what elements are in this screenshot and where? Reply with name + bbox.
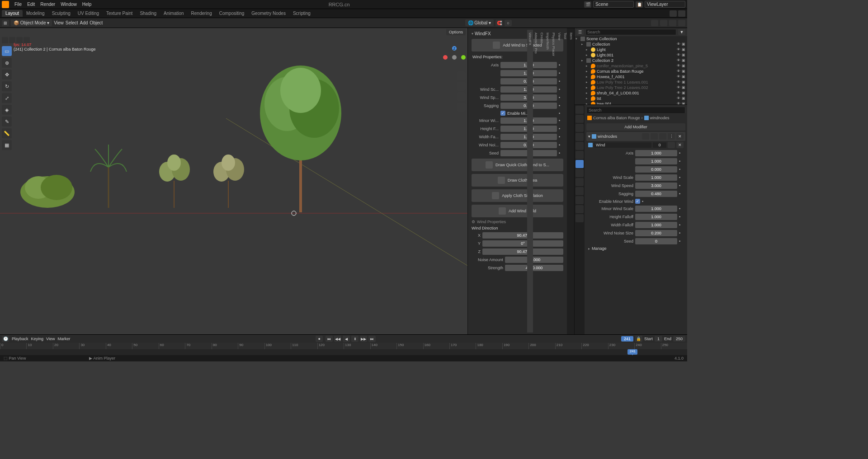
tab-layout[interactable]: Layout (2, 10, 23, 17)
value-field[interactable]: 0 (635, 238, 677, 244)
tab-compositing[interactable]: Compositing (216, 10, 248, 17)
overlay-toggle2-icon[interactable] (678, 10, 685, 17)
tool-rotate[interactable]: ↻ (2, 81, 12, 91)
mod-extra-icon[interactable]: ⋮ (668, 133, 675, 140)
overlay-toggle-icon[interactable] (670, 10, 677, 17)
tree-row[interactable]: ▸tst👁▣ (575, 96, 687, 101)
tree-row[interactable]: ▸Collection👁▣ (575, 42, 687, 47)
mod-editmode-icon[interactable] (659, 133, 666, 140)
tab-geonodes[interactable]: Geometry Nodes (248, 10, 289, 17)
vtab-windfx[interactable]: WindFX (527, 30, 533, 333)
3d-viewport[interactable]: fps: 14.07 (241) Collection 2 | Cornus a… (0, 28, 467, 334)
timeline-ruler[interactable]: 0102030405060708090100110120130140150160… (0, 343, 687, 349)
shading-wire-icon[interactable] (651, 20, 658, 26)
zoom-icon[interactable] (457, 71, 466, 80)
axis-x-icon[interactable] (443, 55, 448, 60)
value-field[interactable]: 1.000 (635, 214, 677, 220)
prop-tab-world-icon[interactable] (576, 142, 584, 150)
next-key-icon[interactable]: ▶▶ (360, 336, 367, 342)
nodegroup-field[interactable]: Wind (594, 142, 651, 148)
viewlayer-icon[interactable]: 📋 (636, 1, 643, 8)
prop-tab-particle-icon[interactable] (576, 169, 584, 177)
menu-edit[interactable]: Edit (24, 2, 38, 7)
tab-shading[interactable]: Shading (136, 10, 160, 17)
tool-select-box[interactable]: ▭ (2, 46, 12, 56)
hdr-add[interactable]: Add (80, 20, 88, 25)
prop-tab-physics-icon[interactable] (576, 178, 584, 186)
value-field[interactable]: 1.000 (635, 174, 677, 181)
viewport-options[interactable]: Options (446, 29, 466, 35)
value-field[interactable]: 0.000 (635, 166, 677, 173)
shading-matprev-icon[interactable] (669, 20, 676, 26)
prop-tab-material-icon[interactable] (576, 205, 584, 213)
tool-transform[interactable]: ◈ (2, 105, 12, 115)
tab-rendering[interactable]: Rendering (188, 10, 216, 17)
tree-row[interactable]: ▸Low Poly Tree 1 Leaves.001👁▣ (575, 80, 687, 85)
tl-playback[interactable]: Playback (12, 337, 28, 341)
vtab-view[interactable]: View (557, 30, 562, 333)
tree-row[interactable]: ▸tree.001👁▣ (575, 101, 687, 105)
modifier-header[interactable]: ▾ windnodes ⋮ ✕ (586, 132, 685, 141)
viewlayer-field[interactable] (645, 1, 685, 8)
axis-z-icon[interactable]: Z (452, 46, 457, 51)
current-frame[interactable]: 241 (621, 336, 633, 342)
plant-bush2[interactable] (203, 149, 253, 208)
orientation-dropdown[interactable]: 🌐 Global ▾ (465, 19, 494, 26)
value-field[interactable]: 1.000 (635, 150, 677, 156)
add-modifier-button[interactable]: Add Modifier (586, 123, 685, 131)
plant-tree-large[interactable] (253, 63, 348, 212)
pause-icon[interactable]: ⏸ (351, 336, 359, 342)
properties-search[interactable] (586, 107, 685, 114)
tree-row[interactable]: ▸Low Poly Tree 2 Leaves.002👁▣ (575, 85, 687, 90)
plant-palm[interactable] (86, 145, 131, 208)
vtab-tool[interactable]: Tool (562, 30, 568, 333)
end-frame[interactable]: 250 (673, 336, 685, 342)
prop-tab-texture-icon[interactable] (576, 214, 584, 222)
manage-section[interactable]: ▸Manage (586, 245, 685, 252)
mod-realtime-icon[interactable] (642, 133, 649, 140)
checkbox[interactable] (635, 199, 640, 204)
tool-cursor[interactable]: ⊕ (2, 58, 12, 68)
tl-keying[interactable]: Keying (31, 337, 44, 341)
vtab-atlacticty[interactable]: Atlacticty Pro (533, 30, 539, 333)
prop-tab-object-icon[interactable] (576, 151, 584, 159)
menu-window[interactable]: Window (58, 2, 80, 7)
axis-y-icon[interactable] (461, 55, 466, 60)
outliner-search[interactable] (585, 29, 676, 35)
value-field[interactable]: 1.000 (635, 222, 677, 228)
start-frame[interactable]: 1 (655, 336, 662, 342)
editor-type-icon[interactable]: ⊞ (2, 20, 9, 26)
tool-add[interactable]: ▦ (2, 140, 12, 150)
filter-icon[interactable]: ▼ (678, 29, 685, 35)
shading-solid-icon[interactable] (660, 20, 667, 26)
play-reverse-icon[interactable]: ◀ (343, 336, 350, 342)
jump-start-icon[interactable]: ⏮ (326, 336, 333, 342)
prop-tab-viewlayer-icon[interactable] (576, 124, 584, 132)
vtab-create[interactable]: Create (539, 30, 545, 333)
vtab-physics[interactable]: Physics Placer (551, 30, 557, 333)
nodegroup-unlink-icon[interactable]: ✕ (676, 142, 684, 148)
select-mode-icon[interactable] (2, 37, 8, 43)
frame-lock-icon[interactable]: 🔒 (635, 336, 642, 342)
nodegroup-users[interactable]: 0 (653, 142, 666, 148)
tl-view[interactable]: View (46, 337, 55, 341)
timeline-editor-icon[interactable]: 🕐 (2, 336, 9, 342)
tab-texture[interactable]: Texture Paint (103, 10, 136, 17)
value-field[interactable]: 1.000 (635, 158, 677, 164)
jump-end-icon[interactable]: ⏭ (368, 336, 376, 342)
value-field[interactable]: 3.000 (635, 183, 677, 189)
vtab-imperfect[interactable]: Imperfecth (545, 30, 551, 333)
tab-scripting[interactable]: Scripting (289, 10, 314, 17)
prop-tab-scene-icon[interactable] (576, 133, 584, 141)
menu-render[interactable]: Render (38, 2, 58, 7)
tab-sculpting[interactable]: Sculpting (48, 10, 74, 17)
nav-gizmo[interactable]: Z (443, 46, 466, 69)
tree-row[interactable]: ▸Light👁▣ (575, 47, 687, 52)
shading-rendered-icon[interactable] (678, 20, 685, 26)
value-field[interactable]: 0.480 (635, 191, 677, 197)
menu-file[interactable]: File (12, 2, 24, 7)
tool-annotate[interactable]: ✎ (2, 117, 12, 126)
snap-icon[interactable]: 🧲 (495, 20, 503, 26)
prop-tab-render-icon[interactable] (576, 106, 584, 114)
camera-icon[interactable] (457, 92, 466, 101)
